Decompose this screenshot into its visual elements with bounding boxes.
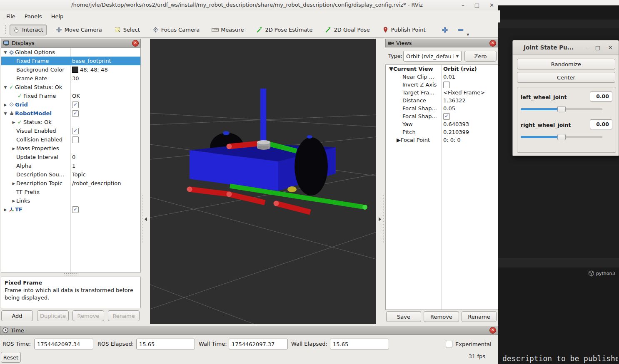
checkbox-checked-icon[interactable]: ✓ [72, 206, 79, 213]
property-value[interactable]: Topic [72, 171, 86, 178]
property-value[interactable]: 30 [72, 75, 79, 82]
displays-tree-row[interactable]: ▶Grid✓ [1, 100, 140, 109]
maximize-button[interactable]: □ [474, 2, 479, 8]
collapse-right-icon[interactable] [379, 217, 381, 221]
property-value[interactable]: base_footprint [72, 58, 111, 64]
property-value[interactable]: 0.01 [443, 74, 455, 80]
wall-time-input[interactable] [229, 339, 288, 349]
property-value[interactable]: ✓ [72, 102, 79, 108]
jsp-close-button[interactable]: ✕ [608, 45, 613, 51]
property-value[interactable]: 48; 48; 48 [72, 67, 108, 73]
views-panel-header[interactable]: Views ✕ [385, 39, 498, 47]
views-remove-button[interactable]: Remove [424, 311, 459, 322]
wall-elapsed-input[interactable] [330, 339, 389, 349]
property-value[interactable]: 1 [72, 163, 75, 169]
property-value[interactable]: ✓ [72, 128, 79, 134]
tool-move-camera[interactable]: Move Camera [52, 25, 105, 35]
ros-elapsed-input[interactable] [136, 339, 195, 349]
jsp-title-bar[interactable]: Joint State Pu... – □ ✕ [513, 40, 619, 55]
views-save-button[interactable]: Save [386, 311, 421, 322]
views-tree-row[interactable]: Focal Shap...✓ [386, 112, 498, 120]
property-value[interactable]: OK [72, 93, 80, 99]
add-button[interactable]: Add [1, 310, 33, 321]
checkbox-checked-icon[interactable]: ✓ [72, 128, 79, 134]
property-value[interactable]: ✓ [72, 206, 79, 213]
property-value[interactable]: 0 [72, 154, 75, 160]
tool-2d-pose-estimate[interactable]: 2D Pose Estimate [252, 25, 316, 35]
checkbox-checked-icon[interactable]: ✓ [443, 113, 450, 120]
experimental-option[interactable]: Experimental [446, 341, 492, 347]
property-value[interactable]: 0; 0; 0 [443, 137, 461, 143]
views-rename-button[interactable]: Rename [462, 311, 497, 322]
property-value[interactable]: 0.210399 [443, 129, 469, 135]
jsp-minimize-button[interactable]: – [584, 45, 587, 51]
displays-tree-row[interactable]: ▼✓Global Status: Ok [1, 83, 140, 92]
displays-tree-row[interactable]: ▶Description Topic/robot_description [1, 179, 140, 188]
3d-viewport[interactable] [150, 39, 376, 324]
time-close-icon[interactable]: ✕ [489, 327, 496, 334]
collapse-arrow-icon[interactable]: ▶ [3, 208, 8, 212]
checkbox-unchecked-icon[interactable] [443, 82, 450, 88]
right-splitter[interactable] [376, 39, 385, 324]
displays-tree-row[interactable]: TF Prefix [1, 188, 140, 196]
expand-arrow-icon[interactable]: ▼ [3, 50, 8, 54]
right_wheel_joint-slider[interactable] [521, 134, 602, 140]
property-value[interactable] [72, 136, 79, 143]
views-tree-row[interactable]: ▶Focal Point0; 0; 0 [386, 136, 498, 144]
tool-2d-goal-pose[interactable]: 2D Goal Pose [321, 25, 373, 35]
property-value[interactable]: 0.640393 [443, 121, 469, 127]
remove-tool-button[interactable]: ▼ [456, 25, 466, 35]
collapse-arrow-icon[interactable]: ▶ [11, 199, 16, 203]
displays-tree-row[interactable]: Update Interval0 [1, 153, 140, 161]
displays-tree-row[interactable]: ▼RobotModel✓ [1, 109, 140, 118]
tool-measure[interactable]: Measure [208, 25, 247, 35]
displays-tree-row[interactable]: ▶Mass Properties [1, 144, 140, 153]
tool-interact[interactable]: Interact [10, 25, 47, 35]
tool-select[interactable]: Select [111, 25, 143, 35]
slider-handle[interactable] [557, 134, 566, 140]
displays-tree-row[interactable]: Background Color48; 48; 48 [1, 65, 140, 74]
checkbox-checked-icon[interactable]: ✓ [72, 110, 79, 117]
displays-tree-row[interactable]: ▶TF✓ [1, 205, 140, 214]
displays-tree-row[interactable]: Collision Enabled [1, 135, 140, 144]
expand-arrow-icon[interactable]: ▼ [3, 111, 8, 116]
collapse-left-icon[interactable] [145, 217, 147, 221]
displays-tree-row[interactable]: ▶✓Status: Ok [1, 118, 140, 126]
toolbar-overflow-arrow[interactable]: ▼ [467, 33, 469, 37]
toolbar-drag-handle[interactable] [5, 25, 7, 35]
displays-tree-row[interactable]: ▶Links [1, 196, 140, 205]
views-tree-row[interactable]: Target Fra...<Fixed Frame> [386, 89, 498, 97]
checkbox-unchecked-icon[interactable] [72, 136, 79, 143]
property-value[interactable]: ✓ [443, 113, 450, 120]
property-value[interactable] [443, 82, 450, 88]
displays-tree-row[interactable]: Description Sou...Topic [1, 170, 140, 179]
time-panel-header[interactable]: Time ✕ [0, 326, 498, 335]
collapse-arrow-icon[interactable]: ▶ [11, 120, 16, 124]
tool-publish-point[interactable]: Publish Point [379, 25, 429, 35]
property-value[interactable]: /robot_description [72, 180, 121, 186]
panel-splitter-handle[interactable] [63, 273, 78, 275]
displays-tree-row[interactable]: ▼Global Options [1, 48, 140, 57]
collapse-arrow-icon[interactable]: ▶ [397, 137, 401, 143]
title-bar[interactable]: /home/jvle/Desktop/works/ros2/urdf_ws/in… [0, 0, 498, 11]
randomize-button[interactable]: Randomize [517, 59, 615, 69]
collapse-arrow-icon[interactable]: ▶ [3, 103, 8, 107]
ros-time-input[interactable] [34, 339, 93, 349]
displays-tree-row[interactable]: Fixed Framebase_footprint [1, 57, 140, 65]
close-button[interactable]: ✕ [489, 2, 494, 8]
displays-tree-row[interactable]: Alpha1 [1, 161, 140, 170]
right_wheel_joint-value-input[interactable]: 0.00 [590, 119, 612, 129]
views-tree-row[interactable]: Invert Z Axis [386, 81, 498, 89]
expand-arrow-icon[interactable]: ▼ [389, 66, 393, 72]
left_wheel_joint-value-input[interactable]: 0.00 [590, 92, 612, 102]
zero-button[interactable]: Zero [464, 51, 497, 62]
slider-handle[interactable] [557, 106, 566, 112]
expand-arrow-icon[interactable]: ▼ [3, 85, 8, 89]
property-value[interactable]: <Fixed Frame> [443, 89, 485, 96]
tool-focus-camera[interactable]: Focus Camera [149, 25, 203, 35]
views-tree-row[interactable]: Focal Shap...0.05 [386, 104, 498, 112]
views-close-icon[interactable]: ✕ [489, 40, 496, 47]
displays-tree-row[interactable]: ✓Fixed FrameOK [1, 92, 140, 100]
add-tool-button[interactable] [440, 25, 450, 35]
property-value[interactable]: ✓ [72, 110, 79, 117]
